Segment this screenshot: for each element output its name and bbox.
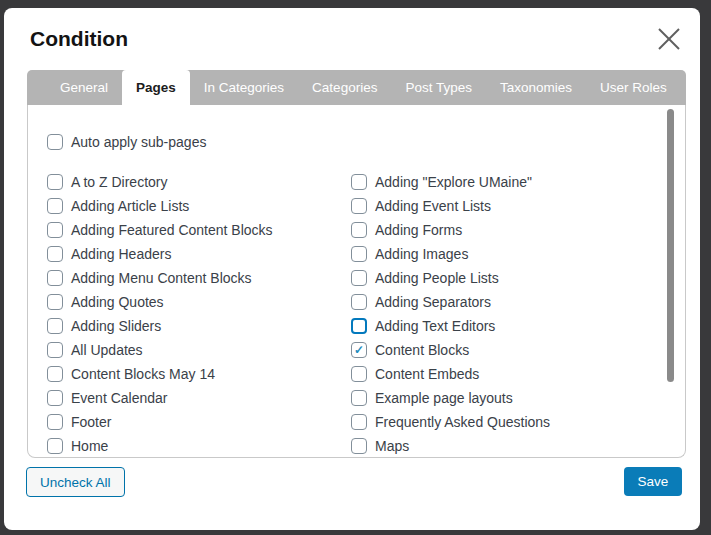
checkbox-row-a-to-z-directory: A to Z Directory [47, 170, 351, 194]
checkbox-adding-menu-content-blocks[interactable] [47, 270, 63, 286]
checkbox-frequently-asked-questions[interactable] [351, 414, 367, 430]
tab-user-roles[interactable]: User Roles [586, 70, 681, 105]
checkbox-label-all-updates: All Updates [71, 342, 143, 358]
checkbox-content-blocks-may-14[interactable] [47, 366, 63, 382]
checkbox-maps[interactable] [351, 438, 367, 454]
checkbox-row-adding-explore-umaine: Adding "Explore UMaine" [351, 170, 655, 194]
checkbox-label-example-page-layouts: Example page layouts [375, 390, 513, 406]
checkbox-row-adding-menu-content-blocks: Adding Menu Content Blocks [47, 266, 351, 290]
checkbox-row-content-blocks: ✓Content Blocks [351, 338, 655, 362]
checkbox-label-content-blocks: Content Blocks [375, 342, 469, 358]
close-button[interactable] [650, 20, 688, 58]
tab-general[interactable]: General [46, 70, 122, 105]
checkbox-row-adding-images: Adding Images [351, 242, 655, 266]
checkbox-row-adding-separators: Adding Separators [351, 290, 655, 314]
tab-bar: GeneralPagesIn CategoriesCategoriesPost … [27, 70, 686, 105]
modal-title: Condition [30, 27, 128, 51]
checkbox-auto-apply-sub-pages[interactable] [47, 134, 63, 150]
checkbox-home[interactable] [47, 438, 63, 454]
checkbox-label-a-to-z-directory: A to Z Directory [71, 174, 167, 190]
checkbox-label-adding-explore-umaine: Adding "Explore UMaine" [375, 174, 532, 190]
scrollbar-thumb[interactable] [667, 109, 674, 382]
checked-checkbox-content-blocks[interactable]: ✓ [351, 342, 367, 358]
auto-apply-row: Auto apply sub-pages [47, 130, 655, 154]
checkbox-label-adding-event-lists: Adding Event Lists [375, 198, 491, 214]
checkbox-adding-event-lists[interactable] [351, 198, 367, 214]
checkbox-all-updates[interactable] [47, 342, 63, 358]
pages-panel: Auto apply sub-pages A to Z DirectoryAdd… [27, 105, 686, 458]
checkbox-adding-people-lists[interactable] [351, 270, 367, 286]
checkbox-label-content-blocks-may-14: Content Blocks May 14 [71, 366, 215, 382]
checkbox-adding-quotes[interactable] [47, 294, 63, 310]
checkbox-label-adding-quotes: Adding Quotes [71, 294, 164, 310]
checkbox-column-right: Adding "Explore UMaine"Adding Event List… [351, 170, 655, 458]
checkbox-label-frequently-asked-questions: Frequently Asked Questions [375, 414, 550, 430]
checkbox-label-adding-separators: Adding Separators [375, 294, 491, 310]
checkbox-label-auto-apply-sub-pages: Auto apply sub-pages [71, 134, 206, 150]
checkbox-row-adding-sliders: Adding Sliders [47, 314, 351, 338]
checkbox-row-content-embeds: Content Embeds [351, 362, 655, 386]
checkbox-row-adding-text-editors: Adding Text Editors [351, 314, 655, 338]
checkbox-row-adding-headers: Adding Headers [47, 242, 351, 266]
checkbox-adding-sliders[interactable] [47, 318, 63, 334]
checkbox-row-frequently-asked-questions: Frequently Asked Questions [351, 410, 655, 434]
checkbox-label-event-calendar: Event Calendar [71, 390, 168, 406]
checkbox-label-adding-menu-content-blocks: Adding Menu Content Blocks [71, 270, 252, 286]
checkbox-adding-headers[interactable] [47, 246, 63, 262]
close-icon [650, 46, 688, 61]
checkbox-row-content-blocks-may-14: Content Blocks May 14 [47, 362, 351, 386]
checkbox-adding-separators[interactable] [351, 294, 367, 310]
checkbox-label-adding-headers: Adding Headers [71, 246, 171, 262]
checkbox-columns: A to Z DirectoryAdding Article ListsAddi… [47, 170, 655, 458]
checkbox-event-calendar[interactable] [47, 390, 63, 406]
checkbox-row-maps: Maps [351, 434, 655, 458]
checkbox-row-home: Home [47, 434, 351, 458]
checkbox-label-adding-sliders: Adding Sliders [71, 318, 161, 334]
checkbox-adding-text-editors[interactable] [351, 318, 367, 334]
checkbox-label-adding-people-lists: Adding People Lists [375, 270, 499, 286]
checkbox-row-footer: Footer [47, 410, 351, 434]
tab-in-categories[interactable]: In Categories [190, 70, 298, 105]
checkbox-row-adding-forms: Adding Forms [351, 218, 655, 242]
tab-categories[interactable]: Categories [298, 70, 391, 105]
checkbox-column-left: A to Z DirectoryAdding Article ListsAddi… [47, 170, 351, 458]
checkbox-label-adding-article-lists: Adding Article Lists [71, 198, 189, 214]
checkbox-content-embeds[interactable] [351, 366, 367, 382]
checkbox-row-example-page-layouts: Example page layouts [351, 386, 655, 410]
checkbox-row-adding-featured-content-blocks: Adding Featured Content Blocks [47, 218, 351, 242]
checkbox-label-adding-text-editors: Adding Text Editors [375, 318, 495, 334]
checkbox-row-all-updates: All Updates [47, 338, 351, 362]
checkbox-row-auto-apply-sub-pages: Auto apply sub-pages [47, 130, 655, 154]
checkbox-example-page-layouts[interactable] [351, 390, 367, 406]
checkbox-adding-article-lists[interactable] [47, 198, 63, 214]
tab-taxonomies[interactable]: Taxonomies [486, 70, 586, 105]
checkbox-footer[interactable] [47, 414, 63, 430]
checkbox-label-adding-featured-content-blocks: Adding Featured Content Blocks [71, 222, 273, 238]
checkbox-row-adding-people-lists: Adding People Lists [351, 266, 655, 290]
tab-post-types[interactable]: Post Types [391, 70, 486, 105]
save-button[interactable]: Save [624, 467, 682, 496]
uncheck-all-button[interactable]: Uncheck All [26, 467, 125, 497]
checkbox-adding-images[interactable] [351, 246, 367, 262]
checkbox-row-adding-article-lists: Adding Article Lists [47, 194, 351, 218]
checkbox-label-adding-images: Adding Images [375, 246, 468, 262]
checkbox-label-maps: Maps [375, 438, 409, 454]
checkbox-row-adding-quotes: Adding Quotes [47, 290, 351, 314]
condition-modal: Condition GeneralPagesIn CategoriesCateg… [4, 8, 700, 530]
checkbox-adding-featured-content-blocks[interactable] [47, 222, 63, 238]
checkbox-label-adding-forms: Adding Forms [375, 222, 462, 238]
checkbox-row-adding-event-lists: Adding Event Lists [351, 194, 655, 218]
checkbox-label-footer: Footer [71, 414, 111, 430]
checkbox-adding-explore-umaine[interactable] [351, 174, 367, 190]
checkbox-row-event-calendar: Event Calendar [47, 386, 351, 410]
checkbox-label-content-embeds: Content Embeds [375, 366, 479, 382]
checkbox-adding-forms[interactable] [351, 222, 367, 238]
checkbox-label-home: Home [71, 438, 108, 454]
checkbox-a-to-z-directory[interactable] [47, 174, 63, 190]
